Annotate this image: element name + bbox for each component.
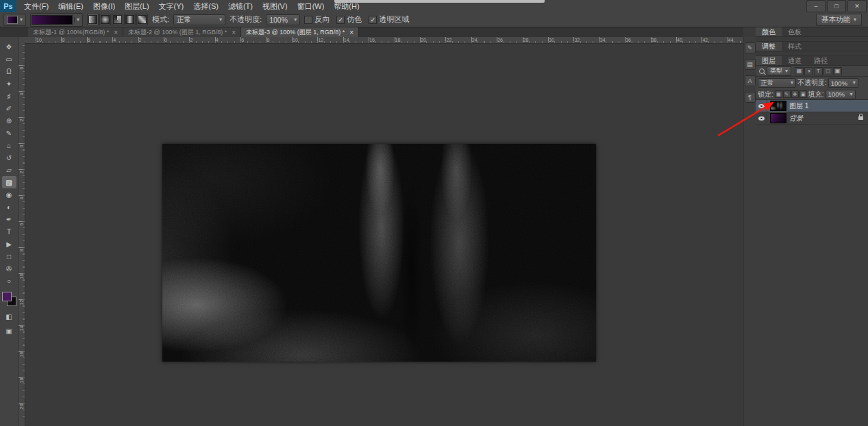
layer-thumbnail[interactable]: [770, 113, 786, 123]
gradient-tool[interactable]: ▨: [2, 176, 16, 188]
layer-visibility-toggle[interactable]: [756, 100, 767, 112]
tab-channels[interactable]: 通道: [782, 56, 808, 65]
crop-tool[interactable]: ♯: [2, 90, 16, 102]
type-tool[interactable]: T: [2, 225, 16, 238]
eye-icon: [758, 116, 765, 121]
close-button[interactable]: ✕: [847, 0, 867, 12]
document-tab-untitled-3[interactable]: 未标题-3 @ 100% (图层 1, RGB/8) * ×: [241, 27, 359, 37]
reverse-checkbox[interactable]: 反向: [304, 14, 330, 25]
blur-tool[interactable]: ◉: [2, 188, 16, 201]
tab-paths[interactable]: 路径: [808, 56, 834, 65]
lock-position-button[interactable]: ✥: [791, 90, 799, 98]
tab-title: 未标题-1 @ 100%(RGB/8) *: [33, 28, 109, 37]
checkbox-box[interactable]: ✓: [369, 16, 377, 24]
lasso-tool[interactable]: Ω: [2, 65, 16, 77]
checkbox-box[interactable]: [304, 16, 312, 24]
dodge-tool[interactable]: ◐: [2, 201, 16, 213]
tab-swatches[interactable]: 色板: [782, 27, 808, 36]
tab-close-icon[interactable]: ×: [114, 29, 118, 36]
document-tab-untitled-1[interactable]: 未标题-1 @ 100%(RGB/8) * ×: [28, 27, 123, 37]
layer-visibility-toggle[interactable]: [756, 112, 767, 124]
fill-select[interactable]: 100% ▾: [826, 90, 856, 99]
lock-all-button[interactable]: ▣: [799, 90, 807, 98]
blend-mode-select[interactable]: 正常 ▾: [173, 14, 225, 25]
spot-healing-brush-tool[interactable]: ⊕: [2, 114, 16, 127]
menu-item[interactable]: 滤镜(T): [223, 0, 258, 12]
ruler-number: 26: [497, 37, 503, 43]
menu-item[interactable]: 文字(Y): [154, 0, 189, 12]
brush-panel-icon[interactable]: ✎: [745, 42, 756, 53]
brush-tool[interactable]: ✎: [2, 127, 16, 139]
restore-button[interactable]: □: [827, 0, 846, 12]
lock-transparent-pixels-button[interactable]: ▦: [775, 90, 782, 98]
filter-shape-layers-icon[interactable]: □: [823, 67, 832, 75]
menu-item[interactable]: 选择(S): [188, 0, 223, 12]
zoom-tool[interactable]: ○: [2, 275, 16, 287]
layer-thumbnail[interactable]: [770, 101, 786, 111]
chevron-down-icon[interactable]: ▾: [74, 17, 82, 23]
paragraph-panel-icon[interactable]: ¶: [745, 92, 756, 103]
rectangular-marquee-tool[interactable]: ▭: [2, 53, 16, 65]
transparency-checkbox[interactable]: ✓ 透明区域: [369, 14, 409, 25]
lock-image-pixels-button[interactable]: ✎: [783, 90, 791, 98]
opacity-select[interactable]: 100% ▾: [266, 14, 300, 25]
menu-item[interactable]: 文件(F): [19, 0, 53, 12]
menu-item[interactable]: 图层(L): [120, 0, 153, 12]
minimize-button[interactable]: –: [806, 0, 826, 12]
tab-color[interactable]: 颜色: [756, 27, 782, 36]
dither-checkbox[interactable]: ✓ 仿色: [336, 14, 362, 25]
filter-kind-select[interactable]: 类型 ▾: [767, 66, 791, 76]
shape-tool[interactable]: □: [2, 250, 16, 262]
tool-preset-dropdown[interactable]: ▾: [3, 14, 26, 26]
history-brush-tool[interactable]: ↺: [2, 151, 16, 164]
linear-gradient-button[interactable]: [87, 14, 99, 25]
path-selection-tool[interactable]: ▶: [2, 238, 16, 250]
document-canvas[interactable]: [162, 144, 596, 362]
color-swatches[interactable]: [1, 290, 17, 308]
filter-smart-object-icon[interactable]: ▣: [833, 67, 842, 75]
background-window-edge: [334, 0, 545, 3]
tab-close-icon[interactable]: ×: [232, 29, 236, 36]
vertical-ruler[interactable]: 8642024681012141618202224: [18, 43, 25, 426]
blend-mode-value: 正常: [177, 15, 191, 25]
menu-item[interactable]: 窗口(W): [293, 0, 330, 12]
radial-gradient-button[interactable]: [99, 14, 111, 25]
layer-row-layer-1[interactable]: 图层 1: [756, 100, 868, 112]
filter-pixel-layers-icon[interactable]: ▦: [795, 67, 804, 75]
screen-mode-button[interactable]: ▣: [2, 325, 16, 337]
document-tab-untitled-2[interactable]: 未标题-2 @ 100% (图层 1, RGB/8) * ×: [123, 27, 241, 37]
filter-type-layers-icon[interactable]: T: [814, 67, 823, 75]
layers-blend-mode-select[interactable]: 正常 ▾: [758, 78, 796, 88]
reflected-gradient-button[interactable]: [124, 14, 136, 25]
history-panel-icon[interactable]: ▤: [745, 59, 756, 70]
menu-item[interactable]: 编辑(E): [53, 0, 88, 12]
checkbox-box[interactable]: ✓: [336, 16, 345, 24]
layers-opacity-select[interactable]: 100% ▾: [828, 78, 858, 88]
eyedropper-tool[interactable]: ✐: [2, 102, 16, 114]
move-tool[interactable]: ✥: [2, 40, 16, 53]
ruler-number: 8: [18, 247, 25, 254]
foreground-color-swatch[interactable]: [2, 292, 12, 301]
quick-mask-button[interactable]: ◧: [2, 310, 16, 323]
menu-item[interactable]: 图像(I): [88, 0, 120, 12]
layer-row-background[interactable]: 背景: [756, 112, 868, 125]
gradient-preview-swatch[interactable]: [32, 15, 73, 25]
tab-styles[interactable]: 样式: [782, 42, 808, 51]
tab-layers[interactable]: 图层: [756, 56, 782, 65]
clone-stamp-tool[interactable]: ⌂: [2, 139, 16, 151]
eraser-tool[interactable]: ▱: [2, 164, 16, 176]
gradient-picker[interactable]: ▾: [30, 13, 83, 27]
tab-adjustments[interactable]: 调整: [756, 42, 782, 51]
pen-tool[interactable]: ✒: [2, 213, 16, 225]
angle-gradient-button[interactable]: [112, 14, 123, 25]
quick-selection-tool[interactable]: ✦: [2, 77, 16, 90]
menu-item[interactable]: 视图(V): [258, 0, 293, 12]
character-panel-icon[interactable]: A: [745, 75, 756, 86]
hand-tool[interactable]: ✇: [2, 262, 16, 275]
workspace-switcher[interactable]: 基本功能 ▾: [816, 14, 862, 26]
gradient-tool-icon: [7, 16, 18, 24]
tab-close-icon[interactable]: ×: [349, 29, 354, 36]
diamond-gradient-button[interactable]: [136, 14, 148, 25]
filter-adjustment-layers-icon[interactable]: ◑: [804, 67, 813, 75]
horizontal-ruler[interactable]: 1086420246810121416182022242628303234363…: [25, 37, 743, 44]
